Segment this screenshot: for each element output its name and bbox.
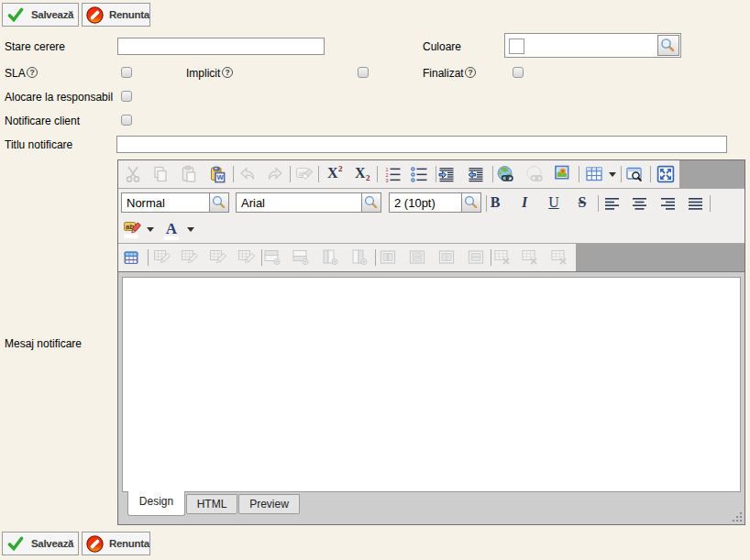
svg-text:W: W	[217, 173, 225, 181]
svg-text:3: 3	[386, 178, 389, 183]
